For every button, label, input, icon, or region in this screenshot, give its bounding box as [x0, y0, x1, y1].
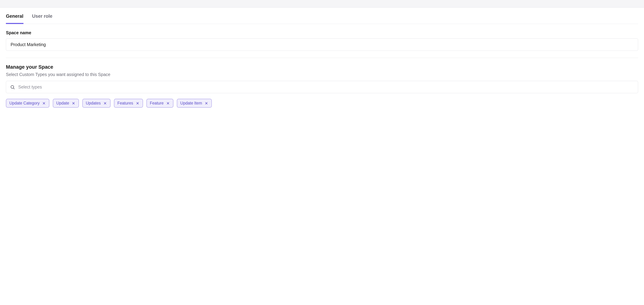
- close-icon[interactable]: [166, 101, 170, 105]
- types-search-input[interactable]: [6, 81, 638, 93]
- manage-space-subtext: Select Custom Types you want assigned to…: [6, 72, 638, 77]
- type-chip: Update Item: [177, 99, 212, 108]
- type-chip: Features: [114, 99, 143, 108]
- type-chip-label: Updates: [86, 101, 101, 106]
- space-name-input[interactable]: [6, 39, 638, 51]
- tab-label: General: [6, 14, 24, 19]
- type-chip-label: Features: [118, 101, 133, 106]
- type-chip-label: Feature: [150, 101, 164, 106]
- tabs-container: General User role: [6, 11, 638, 24]
- close-icon[interactable]: [136, 101, 140, 105]
- type-chip-label: Update Item: [180, 101, 202, 106]
- type-chip-label: Update: [56, 101, 69, 106]
- type-chip: Update: [53, 99, 79, 108]
- manage-space-heading: Manage your Space: [6, 64, 638, 70]
- type-chip-label: Update Category: [10, 101, 40, 106]
- main-content: General User role Space name Manage your…: [0, 11, 644, 108]
- close-icon[interactable]: [72, 101, 76, 105]
- type-chip: Feature: [146, 99, 174, 108]
- close-icon[interactable]: [204, 101, 208, 105]
- close-icon[interactable]: [103, 101, 107, 105]
- top-bar: [0, 0, 644, 8]
- selected-types-chips: Update CategoryUpdateUpdatesFeaturesFeat…: [6, 99, 638, 108]
- tab-user-role[interactable]: User role: [32, 11, 52, 24]
- type-chip: Updates: [82, 99, 110, 108]
- tab-label: User role: [32, 14, 52, 19]
- close-icon[interactable]: [42, 101, 46, 105]
- types-search-wrapper: [6, 81, 638, 93]
- type-chip: Update Category: [6, 99, 49, 108]
- space-name-label: Space name: [6, 30, 638, 35]
- tab-general[interactable]: General: [6, 11, 24, 24]
